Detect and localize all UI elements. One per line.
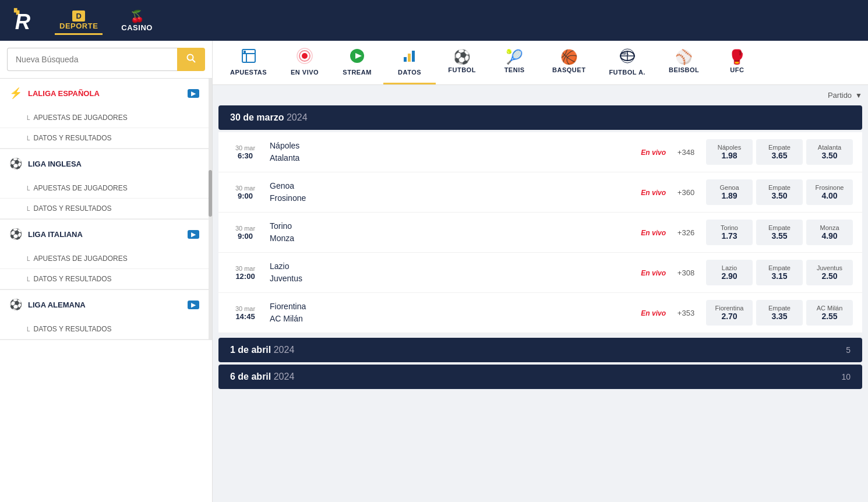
- tab-tenis[interactable]: 🎾 TENIS: [488, 43, 541, 82]
- odds-btn-1-2[interactable]: Frosinone 4.00: [806, 179, 853, 205]
- search-button[interactable]: [177, 48, 205, 71]
- sidebar-league-header-inglesa[interactable]: ⚽ LIGA INGLESA: [0, 149, 209, 178]
- odds-btn-0-1[interactable]: Empate 3.65: [756, 139, 803, 165]
- team2-0: Atalanta: [270, 152, 618, 164]
- tab-beisbol[interactable]: ⚾ BEISBOL: [657, 43, 711, 82]
- sidebar-subitem-alemana-datos[interactable]: DATOS Y RESULTADOS: [0, 319, 209, 340]
- odds-btn-0-2[interactable]: Atalanta 3.50: [806, 139, 853, 165]
- match-time-val-4: 14:45: [228, 312, 263, 321]
- alemana-live-badge: ▶: [188, 301, 199, 309]
- partido-label: Partido: [828, 91, 852, 100]
- tab-tenis-label: TENIS: [504, 66, 525, 73]
- tab-apuestas[interactable]: APUESTAS: [218, 41, 278, 84]
- laliga-name: LALIGA ESPAÑOLA: [28, 89, 182, 98]
- sidebar: ⚡ LALIGA ESPAÑOLA ▶ APUESTAS DE JUGADORE…: [0, 41, 213, 502]
- search-input[interactable]: [7, 48, 177, 71]
- tab-futbol-a-label: FUTBOL A.: [609, 69, 645, 76]
- sidebar-subitem-laliga-datos[interactable]: DATOS Y RESULTADOS: [0, 128, 209, 149]
- sidebar-item-liga-inglesa: ⚽ LIGA INGLESA APUESTAS DE JUGADORES DAT…: [0, 149, 209, 220]
- match-time-3: 30 mar 12:00: [228, 265, 263, 281]
- sidebar-league-header-alemana[interactable]: ⚽ LIGA ALEMANA ▶: [0, 290, 209, 319]
- team2-4: AC Milán: [270, 313, 618, 325]
- stream-icon: [349, 48, 365, 66]
- team1-2: Torino: [270, 220, 618, 232]
- odds-btn-4-0[interactable]: Fiorentina 2.70: [706, 300, 753, 326]
- en-vivo-badge-3: En vivo: [641, 269, 666, 277]
- nav-casino[interactable]: 🍒 CASINO: [117, 7, 157, 34]
- sidebar-subitem-laliga-apuestas[interactable]: APUESTAS DE JUGADORES: [0, 108, 209, 128]
- odds-btn-1-0[interactable]: Genoa 1.89: [706, 179, 753, 205]
- odds-btn-0-0[interactable]: Nápoles 1.98: [706, 139, 753, 165]
- table-row: 30 mar 9:00 Genoa Frosinone En vivo +360…: [218, 172, 862, 213]
- odds-btn-3-1[interactable]: Empate 3.15: [756, 260, 803, 285]
- odds-btn-3-0[interactable]: Lazio 2.90: [706, 260, 753, 285]
- italiana-sport-icon: ⚽: [9, 228, 22, 241]
- sidebar-scrollbar[interactable]: [209, 79, 212, 340]
- odds-btn-2-1[interactable]: Empate 3.55: [756, 220, 803, 245]
- italiana-datos-label: DATOS Y RESULTADOS: [34, 275, 112, 283]
- match-status-0: En vivo: [625, 147, 666, 157]
- sidebar-league-header-laliga[interactable]: ⚡ LALIGA ESPAÑOLA ▶: [0, 79, 209, 108]
- tab-basquet-label: BASQUET: [552, 66, 585, 73]
- tab-stream-label: STREAM: [343, 69, 371, 76]
- tab-futbol[interactable]: ⚽ FUTBOL: [436, 43, 488, 82]
- match-spread-2: +326: [673, 228, 699, 237]
- match-time-val-0: 6:30: [228, 151, 263, 160]
- date-april1-year: 2024: [274, 345, 295, 355]
- sidebar-league-header-italiana[interactable]: ⚽ LIGA ITALIANA ▶: [0, 220, 209, 249]
- odds-group-4: Fiorentina 2.70 Empate 3.35 AC Milán 2.5…: [706, 300, 853, 326]
- partido-chevron-icon: ▼: [855, 91, 862, 100]
- date-april1-text: 1 de abril 2024: [230, 345, 294, 355]
- main-layout: ⚡ LALIGA ESPAÑOLA ▶ APUESTAS DE JUGADORE…: [0, 41, 868, 502]
- odds-btn-1-1[interactable]: Empate 3.50: [756, 179, 803, 205]
- match-date-1: 30 mar: [228, 185, 263, 192]
- match-time-1: 30 mar 9:00: [228, 185, 263, 200]
- futbol-a-icon: NFL: [619, 48, 636, 66]
- tab-en-vivo[interactable]: EN VIVO: [278, 41, 331, 84]
- alemana-sport-icon: ⚽: [9, 298, 22, 311]
- odds-group-1: Genoa 1.89 Empate 3.50 Frosinone 4.00: [706, 179, 853, 205]
- match-teams-0: Nápoles Atalanta: [270, 140, 618, 164]
- tab-beisbol-label: BEISBOL: [669, 66, 699, 73]
- tab-datos[interactable]: DATOS: [383, 41, 436, 84]
- laliga-live-badge: ▶: [188, 89, 199, 98]
- nav-casino-label: CASINO: [121, 23, 153, 32]
- tab-basquet[interactable]: 🏀 BASQUET: [541, 43, 597, 82]
- svg-point-9: [302, 53, 308, 59]
- svg-line-4: [193, 60, 196, 63]
- odds-btn-4-2[interactable]: AC Milán 2.55: [806, 300, 853, 326]
- sidebar-scrollbar-thumb: [209, 170, 212, 217]
- team1-0: Nápoles: [270, 140, 618, 152]
- match-teams-3: Lazio Juventus: [270, 260, 618, 285]
- tab-stream[interactable]: STREAM: [331, 41, 383, 84]
- team1-1: Genoa: [270, 180, 618, 192]
- odds-btn-2-0[interactable]: Torino 1.73: [706, 220, 753, 245]
- logo[interactable]: R: [12, 6, 41, 35]
- match-status-2: En vivo: [625, 227, 666, 238]
- sidebar-item-liga-italiana: ⚽ LIGA ITALIANA ▶ APUESTAS DE JUGADORES …: [0, 220, 209, 290]
- sidebar-subitem-inglesa-datos[interactable]: DATOS Y RESULTADOS: [0, 199, 209, 219]
- tab-datos-label: DATOS: [398, 69, 421, 76]
- sidebar-scroll-area: ⚡ LALIGA ESPAÑOLA ▶ APUESTAS DE JUGADORE…: [0, 79, 212, 340]
- team2-3: Juventus: [270, 273, 618, 285]
- nav-deporte[interactable]: D DEPORTE: [55, 8, 103, 33]
- sidebar-subitem-italiana-datos[interactable]: DATOS Y RESULTADOS: [0, 269, 209, 289]
- tab-ufc[interactable]: 🥊 UFC: [711, 43, 763, 82]
- partido-selector: Partido ▼: [218, 85, 862, 105]
- sidebar-subitem-inglesa-apuestas[interactable]: APUESTAS DE JUGADORES: [0, 178, 209, 199]
- beisbol-icon: ⚾: [675, 50, 693, 64]
- laliga-sport-icon: ⚡: [9, 87, 22, 100]
- match-status-4: En vivo: [625, 307, 666, 318]
- en-vivo-badge-2: En vivo: [641, 229, 666, 237]
- sidebar-subitem-italiana-apuestas[interactable]: APUESTAS DE JUGADORES: [0, 249, 209, 269]
- odds-btn-2-2[interactable]: Monza 4.90: [806, 220, 853, 245]
- date-april6-text: 6 de abril 2024: [230, 372, 294, 382]
- team1-3: Lazio: [270, 260, 618, 273]
- tab-futbol-label: FUTBOL: [448, 66, 476, 73]
- tab-en-vivo-label: EN VIVO: [291, 69, 319, 76]
- odds-btn-3-2[interactable]: Juventus 2.50: [806, 260, 853, 285]
- match-time-0: 30 mar 6:30: [228, 144, 263, 160]
- tab-apuestas-label: APUESTAS: [230, 69, 267, 76]
- odds-btn-4-1[interactable]: Empate 3.35: [756, 300, 803, 326]
- tab-futbol-a[interactable]: NFL FUTBOL A.: [597, 41, 657, 84]
